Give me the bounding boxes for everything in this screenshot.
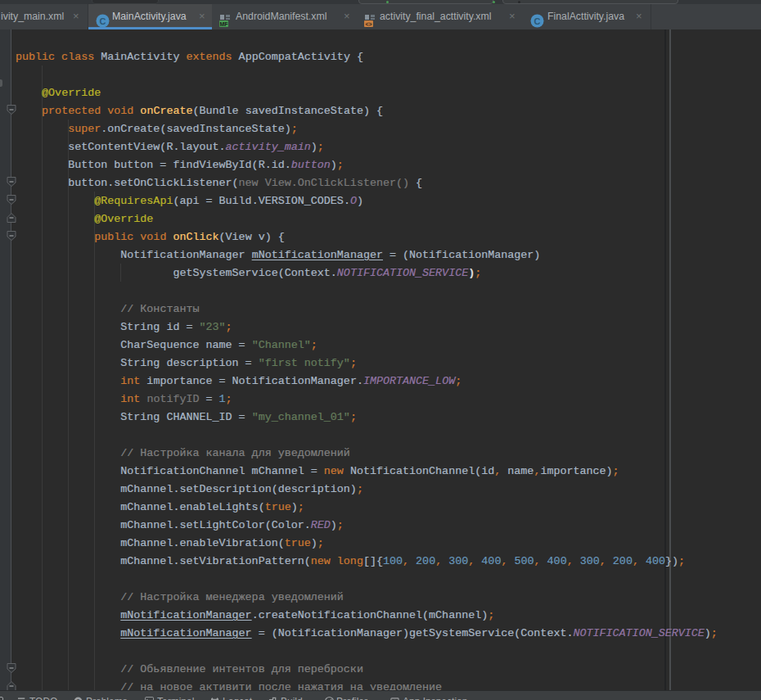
svg-text:<>: <>	[365, 21, 371, 27]
svg-text:C: C	[100, 16, 106, 26]
svg-text:C: C	[534, 16, 541, 26]
svg-text:MF: MF	[219, 21, 228, 27]
